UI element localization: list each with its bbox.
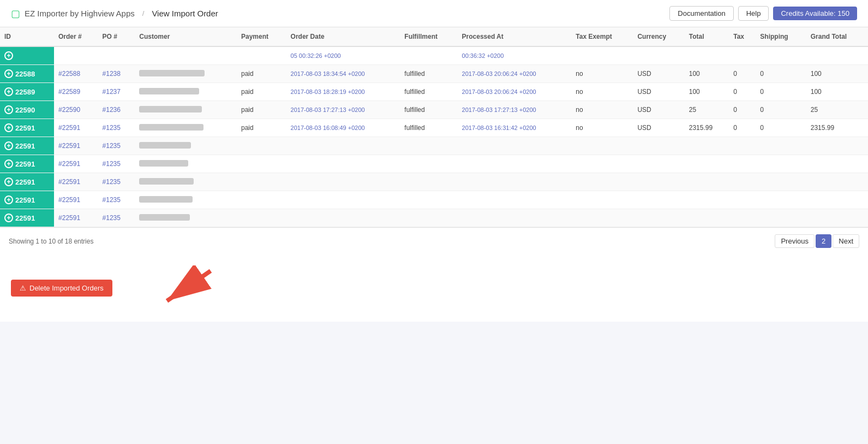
row-cell-empty (633, 137, 684, 155)
row-po-num: #1235 (98, 191, 135, 209)
col-fulfillment: Fulfillment (400, 27, 457, 46)
row-grand-total (806, 46, 868, 65)
col-grand-total: Grand Total (806, 27, 868, 46)
table-row: +22591#22591#1235█████████████ (0, 173, 868, 191)
row-order-num: #22591 (54, 137, 98, 155)
row-customer: █████████████ (135, 173, 237, 191)
col-order-num: Order # (54, 27, 98, 46)
expand-icon[interactable]: + (4, 69, 13, 78)
next-button[interactable]: Next (833, 234, 859, 248)
row-order-num: #22590 (54, 101, 98, 119)
expand-icon[interactable]: + (4, 177, 13, 186)
orders-table: ID Order # PO # Customer Payment Order D… (0, 27, 868, 227)
col-processed: Processed At (458, 27, 572, 46)
page-title: View Import Order (152, 9, 218, 18)
row-cell-empty (237, 155, 286, 173)
row-payment: paid (237, 65, 286, 83)
row-tax-amount: 0 (729, 65, 756, 83)
row-order-num: #22591 (54, 209, 98, 227)
expand-icon[interactable]: + (4, 51, 13, 60)
row-po-num: #1235 (98, 137, 135, 155)
expand-icon[interactable]: + (4, 123, 13, 132)
row-cell-empty (633, 191, 684, 209)
row-id-cell: +22589 (0, 83, 54, 101)
row-total (685, 46, 729, 65)
row-cell-empty (729, 155, 756, 173)
page-2-button[interactable]: 2 (816, 234, 831, 248)
row-cell-empty (237, 137, 286, 155)
row-cell-empty (756, 191, 806, 209)
expand-icon[interactable]: + (4, 196, 13, 204)
row-processed: 2017-08-03 20:06:24 +0200 (458, 65, 572, 83)
row-cell-empty (756, 173, 806, 191)
pagination: Previous 2 Next (775, 234, 859, 248)
row-id-cell: +22591 (0, 209, 54, 227)
expand-icon[interactable]: + (4, 159, 13, 168)
row-shipping: 0 (756, 83, 806, 101)
expand-icon[interactable]: + (4, 87, 13, 96)
row-po-num: #1235 (98, 209, 135, 227)
app-header: ▢ EZ Importer by Highview Apps / View Im… (0, 0, 868, 27)
row-order-num: #22591 (54, 155, 98, 173)
row-grand-total: 25 (806, 101, 868, 119)
row-shipping: 0 (756, 101, 806, 119)
col-payment: Payment (237, 27, 286, 46)
documentation-button[interactable]: Documentation (669, 6, 733, 21)
delete-imported-orders-button[interactable]: ⚠ Delete Imported Orders (11, 280, 112, 297)
row-po-num: #1235 (98, 119, 135, 137)
row-order-num: #22591 (54, 119, 98, 137)
row-cell-empty (806, 155, 868, 173)
row-payment: paid (237, 119, 286, 137)
row-shipping: 0 (756, 119, 806, 137)
row-total: 100 (685, 65, 729, 83)
row-cell-empty (400, 191, 457, 209)
delete-button-label: Delete Imported Orders (29, 284, 104, 292)
expand-icon[interactable]: + (4, 105, 13, 114)
table-row: +22591#22591#1235█████████████ (0, 155, 868, 173)
row-cell-empty (400, 209, 457, 227)
row-tax (729, 46, 756, 65)
row-total: 100 (685, 83, 729, 101)
row-cell-empty (633, 155, 684, 173)
table-body: + 05 00:32:26 +0200 00:36:32 +0200 (0, 46, 868, 227)
row-cell-empty (685, 155, 729, 173)
row-tax-amount: 0 (729, 101, 756, 119)
row-customer (135, 46, 237, 65)
col-customer: Customer (135, 27, 237, 46)
row-cell-empty (237, 209, 286, 227)
row-po-num: #1236 (98, 101, 135, 119)
row-id-cell: +22590 (0, 101, 54, 119)
breadcrumb-separator: / (142, 9, 145, 17)
row-cell-empty (286, 155, 400, 173)
row-po-num: #1235 (98, 173, 135, 191)
row-cell-empty (729, 191, 756, 209)
row-cell-empty (458, 137, 572, 155)
previous-button[interactable]: Previous (775, 234, 815, 248)
row-tax-amount: 0 (729, 83, 756, 101)
help-button[interactable]: Help (738, 6, 769, 21)
row-payment: paid (237, 101, 286, 119)
col-currency: Currency (633, 27, 684, 46)
row-processed: 2017-08-03 17:27:13 +0200 (458, 101, 572, 119)
row-cell-empty (729, 173, 756, 191)
row-order-date: 2017-08-03 17:27:13 +0200 (286, 101, 400, 119)
row-cell-empty (756, 137, 806, 155)
row-po-num: #1238 (98, 65, 135, 83)
row-tax-exempt: no (571, 83, 633, 101)
expand-icon[interactable]: + (4, 214, 13, 222)
row-currency: USD (633, 119, 684, 137)
row-cell-empty (571, 173, 633, 191)
row-fulfillment: fulfilled (400, 65, 457, 83)
table-row: +22588#22588#1238█████████████paid2017-0… (0, 65, 868, 83)
row-cell-empty (685, 191, 729, 209)
credits-button[interactable]: Credits Available: 150 (773, 7, 857, 20)
row-po-num: #1237 (98, 83, 135, 101)
row-processed: 00:36:32 +0200 (458, 46, 572, 65)
table-container: ID Order # PO # Customer Payment Order D… (0, 27, 868, 227)
expand-icon[interactable]: + (4, 141, 13, 150)
row-cell-empty (286, 191, 400, 209)
header-left: ▢ EZ Importer by Highview Apps / View Im… (11, 8, 218, 20)
row-order-num (54, 46, 98, 65)
row-tax-exempt (571, 46, 633, 65)
row-cell-empty (806, 137, 868, 155)
